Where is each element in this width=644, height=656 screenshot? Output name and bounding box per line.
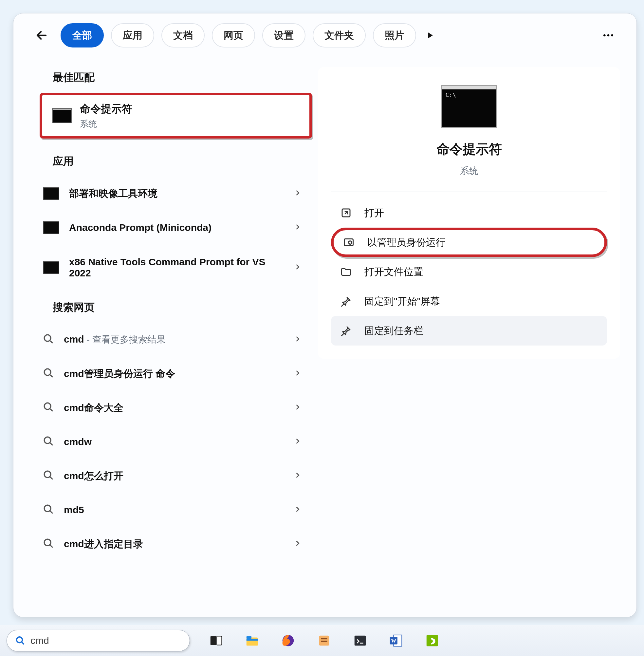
filter-chip-web[interactable]: 网页 (212, 23, 255, 47)
app-result-item[interactable]: Anaconda Prompt (Miniconda) (30, 210, 312, 245)
chip-label: 文档 (173, 29, 193, 42)
action-open[interactable]: 打开 (331, 198, 607, 228)
svg-point-9 (44, 539, 51, 546)
action-run-as-admin[interactable]: 以管理员身份运行 (331, 228, 607, 257)
best-match-item[interactable]: 命令提示符 系统 (40, 93, 312, 138)
folder-icon (340, 265, 353, 278)
chevron-right-icon[interactable] (293, 188, 302, 199)
action-label: 固定到"开始"屏幕 (364, 295, 440, 308)
filter-row: 全部 应用 文档 网页 设置 文件夹 照片 (14, 14, 637, 57)
search-icon (43, 402, 54, 414)
svg-point-7 (44, 471, 51, 477)
search-icon (43, 367, 54, 380)
web-result-item[interactable]: md5 (30, 493, 312, 527)
best-match-text: 命令提示符 系统 (80, 102, 132, 130)
search-icon (15, 636, 25, 646)
action-label: 固定到任务栏 (364, 324, 423, 338)
chevron-right-icon[interactable] (293, 368, 302, 379)
action-list: 打开 以管理员身份运行 打开文件位置 固定到"开始"屏幕 (331, 195, 607, 345)
action-label: 以管理员身份运行 (367, 236, 445, 249)
terminal-icon (43, 261, 59, 274)
app-result-label: Anaconda Prompt (Miniconda) (69, 222, 211, 233)
web-result-item[interactable]: cmd怎么打开 (30, 459, 312, 493)
more-filters-icon[interactable] (423, 30, 436, 40)
chevron-right-icon[interactable] (293, 436, 302, 447)
cmd-icon (52, 108, 72, 123)
taskbar-terminal-icon[interactable] (350, 631, 370, 651)
taskbar-taskview-icon[interactable] (206, 631, 226, 651)
chevron-right-icon[interactable] (293, 222, 302, 233)
svg-point-2 (611, 35, 613, 37)
chevron-right-icon[interactable] (293, 262, 302, 273)
taskbar-notes-icon[interactable] (314, 631, 334, 651)
terminal-icon (43, 187, 59, 200)
web-result-item[interactable]: cmd管理员身份运行 命令 (30, 357, 312, 391)
chevron-right-icon[interactable] (293, 403, 302, 413)
filter-chip-all[interactable]: 全部 (61, 23, 104, 47)
web-result-label: cmd - 查看更多搜索结果 (64, 333, 166, 346)
app-result-item[interactable]: 部署和映像工具环境 (30, 177, 312, 210)
section-header-apps: 应用 (30, 144, 312, 177)
search-icon (43, 504, 54, 516)
web-result-label: cmd怎么打开 (64, 469, 123, 483)
chip-label: 应用 (123, 29, 142, 42)
taskbar-firefox-icon[interactable] (278, 631, 298, 651)
svg-rect-16 (247, 636, 251, 639)
taskbar-explorer-icon[interactable] (242, 631, 262, 651)
search-icon (43, 538, 54, 550)
cmd-caret-text: C:\_ (445, 91, 460, 98)
action-pin-to-taskbar[interactable]: 固定到任务栏 (331, 316, 607, 345)
taskbar-search-value: cmd (30, 635, 49, 646)
svg-point-12 (17, 637, 23, 643)
svg-point-27 (429, 639, 433, 643)
svg-point-1 (607, 35, 610, 37)
chip-label: 全部 (72, 29, 92, 42)
chip-label: 照片 (385, 29, 404, 42)
details-subtitle: 系统 (460, 165, 478, 177)
svg-rect-14 (217, 636, 222, 645)
pin-icon (340, 324, 353, 337)
taskbar-nvidia-icon[interactable] (422, 631, 442, 651)
web-result-item[interactable]: cmd进入指定目录 (30, 527, 312, 561)
search-icon (43, 436, 54, 448)
best-match-subtitle: 系统 (80, 118, 132, 130)
web-result-item[interactable]: cmdw (30, 425, 312, 459)
action-pin-to-start[interactable]: 固定到"开始"屏幕 (331, 287, 607, 316)
app-result-label: 部署和映像工具环境 (69, 187, 158, 200)
filter-chip-settings[interactable]: 设置 (262, 23, 305, 47)
section-header-best-match: 最佳匹配 (30, 61, 312, 93)
action-label: 打开 (364, 206, 384, 220)
svg-point-3 (44, 335, 51, 341)
web-result-label: cmd命令大全 (64, 401, 123, 415)
details-title: 命令提示符 (436, 140, 502, 158)
chevron-right-icon[interactable] (293, 539, 302, 549)
svg-rect-20 (321, 638, 327, 639)
taskbar-search-box[interactable]: cmd (6, 630, 190, 651)
web-result-label: cmd管理员身份运行 命令 (64, 367, 175, 381)
filter-chip-docs[interactable]: 文档 (161, 23, 205, 47)
cmd-large-icon: C:\_ (441, 85, 497, 128)
chevron-right-icon[interactable] (293, 505, 302, 515)
web-result-label: cmd进入指定目录 (64, 538, 143, 551)
filter-chip-photos[interactable]: 照片 (373, 23, 416, 47)
back-button[interactable] (30, 24, 53, 47)
chip-label: 文件夹 (324, 29, 354, 42)
taskbar-word-icon[interactable]: W (386, 631, 406, 651)
more-options-icon[interactable] (597, 24, 620, 47)
web-result-item[interactable]: cmd命令大全 (30, 391, 312, 425)
svg-point-5 (44, 403, 51, 409)
search-window: 全部 应用 文档 网页 设置 文件夹 照片 最佳匹配 命令提示符 系统 (13, 13, 637, 617)
section-header-web: 搜索网页 (30, 291, 312, 323)
filter-chip-apps[interactable]: 应用 (111, 23, 154, 47)
taskbar: cmd W (0, 625, 644, 656)
action-label: 打开文件位置 (364, 265, 423, 279)
action-open-file-location[interactable]: 打开文件位置 (331, 257, 607, 287)
svg-rect-21 (321, 641, 327, 642)
app-result-item[interactable]: x86 Native Tools Command Prompt for VS 2… (30, 245, 312, 291)
web-result-item[interactable]: cmd - 查看更多搜索结果 (30, 323, 312, 357)
chevron-right-icon[interactable] (293, 471, 302, 481)
chip-label: 网页 (224, 29, 243, 42)
chevron-right-icon[interactable] (293, 334, 302, 345)
filter-chip-folders[interactable]: 文件夹 (313, 23, 366, 47)
svg-point-6 (44, 437, 51, 444)
